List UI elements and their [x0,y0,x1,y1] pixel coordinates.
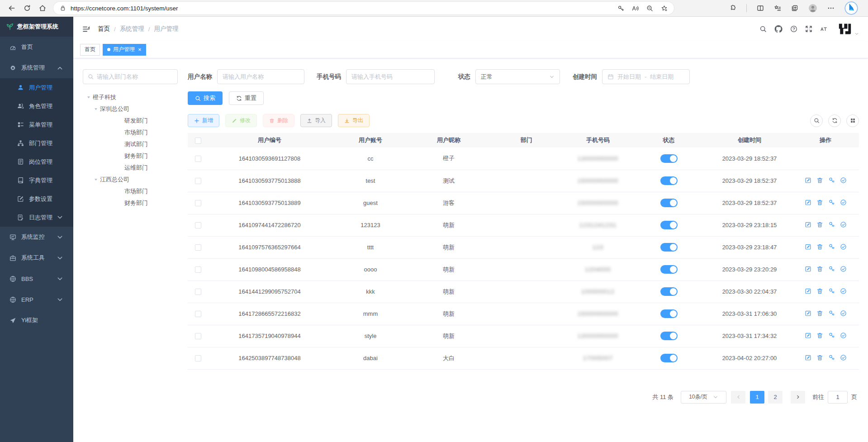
status-toggle[interactable] [660,332,678,340]
row-check-circle-icon[interactable] [840,354,847,361]
status-toggle[interactable] [660,176,678,185]
sidebar-item-12[interactable]: BBS [0,268,73,289]
status-toggle[interactable] [660,199,678,207]
url-text[interactable]: https://ccnetcore.com:1101/system/user [71,5,617,12]
goto-page-input[interactable] [828,391,848,404]
prev-page-button[interactable] [731,391,745,404]
tree-expand-icon[interactable] [92,106,100,112]
github-icon[interactable] [774,25,783,33]
row-key-icon[interactable] [828,354,835,361]
sidebar-item-6[interactable]: 岗位管理 [0,152,73,171]
row-key-icon[interactable] [828,221,835,228]
row-edit-icon[interactable] [805,354,811,361]
row-delete-icon[interactable] [816,354,823,361]
sidebar-item-0[interactable]: 首页 [0,37,73,57]
row-check-circle-icon[interactable] [840,332,847,339]
row-edit-icon[interactable] [805,177,811,184]
date-range-picker[interactable]: 开始日期 - 结束日期 [602,69,690,84]
row-key-icon[interactable] [828,199,835,206]
sidebar-item-2[interactable]: 用户管理 [0,78,73,97]
row-checkbox[interactable] [195,289,201,295]
row-edit-icon[interactable] [805,243,811,250]
user-menu[interactable] [838,23,859,35]
row-edit-icon[interactable] [805,266,811,272]
row-edit-icon[interactable] [805,310,811,317]
row-key-icon[interactable] [828,266,835,272]
row-key-icon[interactable] [828,332,835,339]
row-edit-icon[interactable] [805,221,811,228]
tree-node-9[interactable]: 财务部门 [83,197,178,209]
row-key-icon[interactable] [828,177,835,184]
tree-expand-icon[interactable] [85,95,93,100]
tree-node-0[interactable]: 橙子科技 [83,91,178,103]
browser-back-icon[interactable] [8,5,15,12]
fullscreen-icon[interactable] [805,25,812,33]
row-checkbox[interactable] [195,311,201,317]
tab-0[interactable]: 首页 [80,44,100,56]
row-key-icon[interactable] [828,310,835,317]
row-key-icon[interactable] [828,288,835,295]
status-toggle[interactable] [660,287,678,296]
row-checkbox[interactable] [195,333,201,339]
status-toggle[interactable] [660,243,678,252]
phone-input[interactable] [351,73,429,80]
close-tab-icon[interactable]: × [138,47,142,52]
page-button-1[interactable]: 1 [750,391,764,404]
status-toggle[interactable] [660,154,678,163]
row-delete-icon[interactable] [816,266,823,272]
export-button[interactable]: 导出 [338,114,370,127]
help-icon[interactable] [790,25,797,33]
favorites-bar-icon[interactable] [774,5,781,12]
breadcrumb-item-2[interactable]: 用户管理 [154,25,179,33]
collapse-sidebar-icon[interactable] [82,25,90,33]
table-search-toggle-button[interactable] [810,114,823,127]
edit-button[interactable]: 修改 [225,114,257,127]
row-delete-icon[interactable] [816,199,823,206]
next-page-button[interactable] [791,391,805,404]
browser-home-icon[interactable] [39,5,46,12]
header-search-icon[interactable] [759,25,767,33]
row-check-circle-icon[interactable] [840,266,847,272]
sidebar-item-7[interactable]: 字典管理 [0,171,73,190]
row-checkbox[interactable] [195,355,201,361]
table-refresh-button[interactable] [828,114,841,127]
breadcrumb-item-0[interactable]: 首页 [98,25,110,33]
collections-icon[interactable] [791,5,798,12]
import-button[interactable]: 导入 [300,114,332,127]
status-toggle[interactable] [660,354,678,362]
row-checkbox[interactable] [195,156,201,162]
row-delete-icon[interactable] [816,310,823,317]
tree-node-4[interactable]: 测试部门 [83,138,178,150]
page-button-2[interactable]: 2 [768,391,783,404]
row-check-circle-icon[interactable] [840,199,847,206]
tree-node-2[interactable]: 研发部门 [83,115,178,127]
row-delete-icon[interactable] [816,288,823,295]
address-bar[interactable]: https://ccnetcore.com:1101/system/user [53,2,674,14]
sidebar-item-8[interactable]: 参数设置 [0,190,73,208]
row-edit-icon[interactable] [805,199,811,206]
row-checkbox[interactable] [195,178,201,184]
tree-expand-icon[interactable] [92,177,100,182]
row-check-circle-icon[interactable] [840,288,847,295]
row-checkbox[interactable] [195,266,201,273]
browser-refresh-icon[interactable] [24,5,31,12]
select-all-checkbox[interactable] [195,138,201,144]
sidebar-item-13[interactable]: ERP [0,289,73,310]
tree-node-8[interactable]: 市场部门 [83,185,178,197]
row-check-circle-icon[interactable] [840,221,847,228]
sidebar-item-11[interactable]: 系统工具 [0,247,73,268]
tab-1[interactable]: 用户管理× [103,44,146,56]
add-button[interactable]: 新增 [188,114,219,127]
sidebar-item-10[interactable]: 系统监控 [0,227,73,247]
row-key-icon[interactable] [828,243,835,250]
tree-node-7[interactable]: 江西总公司 [83,174,178,185]
more-options-icon[interactable] [827,5,835,12]
row-checkbox[interactable] [195,200,201,206]
sidebar-item-14[interactable]: Yi框架 [0,310,73,331]
breadcrumb-item-1[interactable]: 系统管理 [120,25,144,33]
row-delete-icon[interactable] [816,243,823,250]
row-check-circle-icon[interactable] [840,243,847,250]
status-select[interactable]: 正常 [475,69,560,84]
sidebar-item-3[interactable]: 角色管理 [0,97,73,115]
delete-button[interactable]: 删除 [263,114,294,127]
